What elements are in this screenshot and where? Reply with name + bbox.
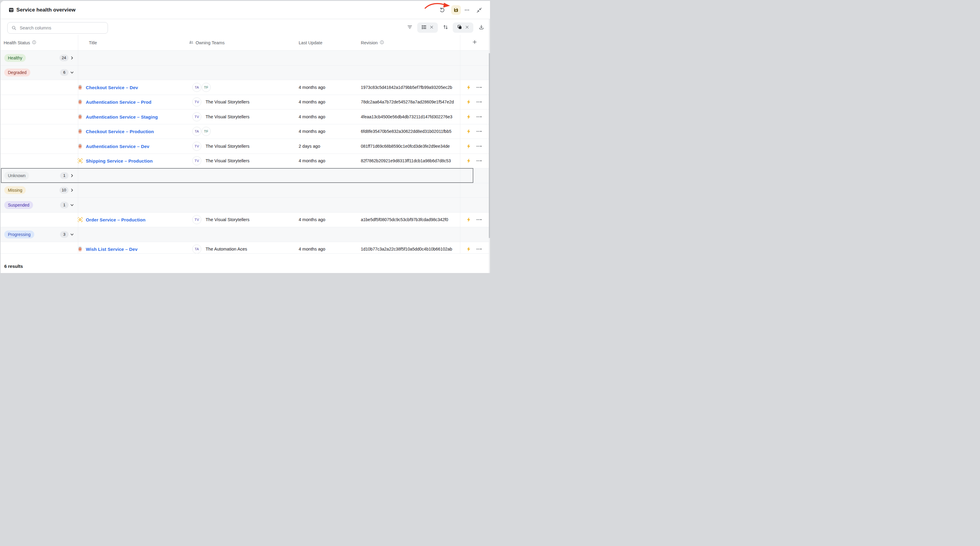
bolt-icon[interactable] <box>466 158 471 164</box>
chevron-down-icon[interactable] <box>70 203 74 207</box>
last-update-value: 2 days ago <box>299 144 320 149</box>
view-list-toggle[interactable] <box>417 22 438 33</box>
chevron-down-icon[interactable] <box>70 232 74 236</box>
revision-hash: a1be5df5f08075dc9c53cbf97b3fcdad98c342f0 <box>361 217 448 222</box>
service-row[interactable]: Wish List Service – DevTAThe Automation … <box>1 242 490 254</box>
filter-button[interactable] <box>406 22 414 33</box>
save-button[interactable] <box>451 5 461 15</box>
team-name: The Visual Storytellers <box>205 217 250 222</box>
plus-icon <box>472 40 477 46</box>
last-update-value: 4 months ago <box>299 247 325 252</box>
collapse-icon <box>476 7 482 13</box>
bolt-icon[interactable] <box>466 99 471 105</box>
team-avatar-tv[interactable]: TV <box>192 97 201 107</box>
column-header-last-update[interactable]: Last Update <box>299 35 322 50</box>
bolt-icon[interactable] <box>466 217 471 222</box>
bolt-icon[interactable] <box>466 247 471 252</box>
service-title-link[interactable]: Authentication Service – Staging <box>86 114 158 119</box>
sort-button[interactable] <box>441 22 450 33</box>
service-title-link[interactable]: Checkout Service – Production <box>86 129 154 134</box>
scrollbar-thumb[interactable] <box>489 53 490 238</box>
column-header-health-status[interactable]: Health Status <box>4 35 37 50</box>
bolt-icon[interactable] <box>466 84 471 90</box>
results-count: 6 results <box>4 264 23 269</box>
row-menu-ellipsis-icon[interactable] <box>477 116 482 117</box>
row-menu-ellipsis-icon[interactable] <box>477 219 482 220</box>
page-title: Service health overview <box>16 1 75 19</box>
clear-list-view-icon[interactable] <box>430 25 434 30</box>
toolbar <box>1 19 490 35</box>
team-avatar-tv[interactable]: TV <box>192 156 201 165</box>
column-header-title[interactable]: Title <box>89 35 97 50</box>
column-header-revision[interactable]: Revision <box>361 35 384 50</box>
team-avatar-tv[interactable]: TV <box>192 215 201 224</box>
chevron-right-icon[interactable] <box>70 188 74 192</box>
group-row-degraded[interactable]: Degraded6 <box>1 65 490 80</box>
team-avatar-tv[interactable]: TV <box>192 142 201 151</box>
team-avatar-ta[interactable]: TA <box>192 127 201 136</box>
scrollbar-track[interactable] <box>489 19 490 273</box>
group-count-badge: 1 <box>60 202 68 209</box>
clear-group-by-icon[interactable] <box>465 25 469 30</box>
row-menu-ellipsis-icon[interactable] <box>477 146 482 146</box>
group-by-toggle[interactable] <box>453 22 473 33</box>
last-update-value: 4 months ago <box>299 99 325 104</box>
service-title-link[interactable]: Order Service – Production <box>86 217 146 222</box>
service-title-link[interactable]: Checkout Service – Dev <box>86 84 138 90</box>
row-menu-ellipsis-icon[interactable] <box>477 87 482 88</box>
revision-hash: 1973c83c5d41842a1d79bb5ef7fb99a93205ec2b <box>361 85 452 90</box>
team-avatar-tf[interactable]: TF <box>202 127 211 136</box>
revision-hash: 081ff71d69c68b8590c1e0fcd3de3fe2d9ee34de <box>361 144 450 149</box>
undo-button[interactable] <box>437 5 447 15</box>
group-row-progressing[interactable]: Progressing3 <box>1 227 490 242</box>
service-row[interactable]: Authentication Service – ProdTVThe Visua… <box>1 95 490 110</box>
revision-hash: 6fd8fe35470b5e832a30622dd8ed31b02011fbb5 <box>361 129 452 134</box>
column-label: Owning Teams <box>196 40 225 45</box>
team-avatar-tv[interactable]: TV <box>192 112 201 121</box>
people-icon <box>189 40 194 46</box>
team-avatar-ta[interactable]: TA <box>192 245 201 253</box>
bolt-icon[interactable] <box>466 129 471 134</box>
service-row[interactable]: Authentication Service – DevTVThe Visual… <box>1 139 490 154</box>
add-column-button[interactable] <box>470 38 479 47</box>
row-menu-ellipsis-icon[interactable] <box>477 161 482 161</box>
footer: 6 results <box>1 253 490 273</box>
service-row[interactable]: Authentication Service – StagingTVThe Vi… <box>1 110 490 124</box>
team-avatar-ta[interactable]: TA <box>192 83 201 92</box>
last-update-value: 4 months ago <box>299 217 325 222</box>
service-title-link[interactable]: Authentication Service – Prod <box>86 99 151 105</box>
row-menu-ellipsis-icon[interactable] <box>477 249 482 250</box>
row-menu-ellipsis-icon[interactable] <box>477 131 482 132</box>
group-row-suspended[interactable]: Suspended1 <box>1 198 490 213</box>
service-row[interactable]: Shipping Service – ProductionTVThe Visua… <box>1 154 490 169</box>
chevron-right-icon[interactable] <box>70 56 74 60</box>
download-button[interactable] <box>477 22 485 33</box>
chevron-down-icon[interactable] <box>70 71 74 75</box>
collapse-button[interactable] <box>474 5 484 15</box>
info-icon[interactable] <box>380 40 384 46</box>
save-icon <box>453 7 459 13</box>
service-row[interactable]: Order Service – ProductionTVThe Visual S… <box>1 213 490 228</box>
group-row-unknown[interactable]: Unknown1 <box>1 168 490 183</box>
search-input[interactable] <box>19 25 102 31</box>
column-label: Last Update <box>299 40 322 45</box>
chevron-right-icon[interactable] <box>70 174 74 177</box>
row-menu-ellipsis-icon[interactable] <box>477 102 482 102</box>
search-box[interactable] <box>7 22 108 33</box>
info-icon[interactable] <box>32 40 37 46</box>
service-row[interactable]: Checkout Service – DevTATF4 months ago19… <box>1 80 490 95</box>
bolt-icon[interactable] <box>466 143 471 149</box>
group-row-missing[interactable]: Missing10 <box>1 183 490 198</box>
service-title-link[interactable]: Shipping Service – Production <box>86 158 153 164</box>
column-header-owning-teams[interactable]: Owning Teams <box>189 35 225 50</box>
team-name: The Automation Aces <box>205 247 247 252</box>
more-options-button[interactable] <box>462 5 472 15</box>
service-title-link[interactable]: Authentication Service – Dev <box>86 143 150 149</box>
team-avatar-tf[interactable]: TF <box>202 83 211 92</box>
group-row-healthy[interactable]: Healthy24 <box>1 51 490 65</box>
service-title-link[interactable]: Wish List Service – Dev <box>86 247 138 252</box>
bolt-icon[interactable] <box>466 114 471 119</box>
list-view-icon <box>422 25 426 31</box>
service-row[interactable]: Checkout Service – ProductionTATF4 month… <box>1 124 490 139</box>
status-badge: Unknown <box>4 172 29 180</box>
